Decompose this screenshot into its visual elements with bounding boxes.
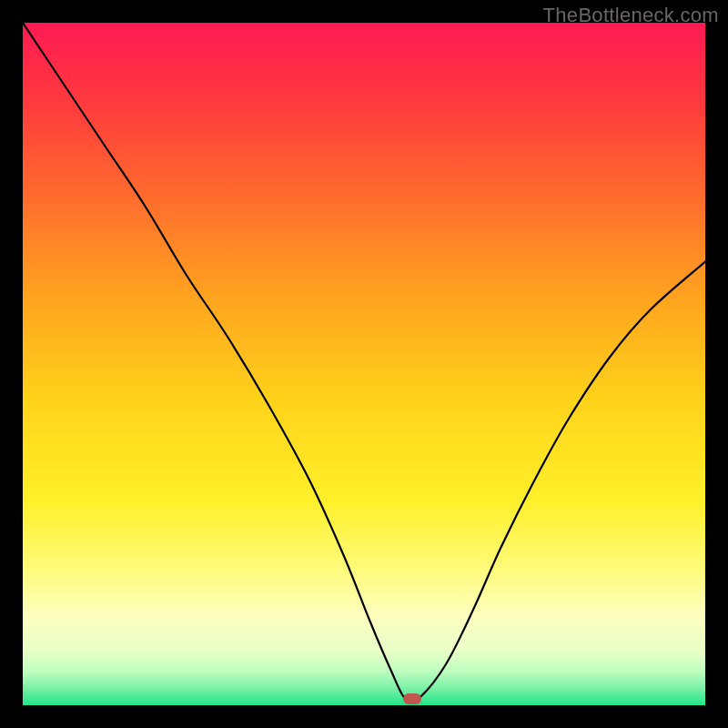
- plot-area: [23, 23, 705, 705]
- watermark-text: TheBottleneck.com: [543, 4, 719, 27]
- optimum-marker: [403, 693, 421, 704]
- bottleneck-curve: [23, 23, 705, 703]
- curve-layer: [23, 23, 705, 705]
- chart-frame: TheBottleneck.com: [0, 0, 728, 728]
